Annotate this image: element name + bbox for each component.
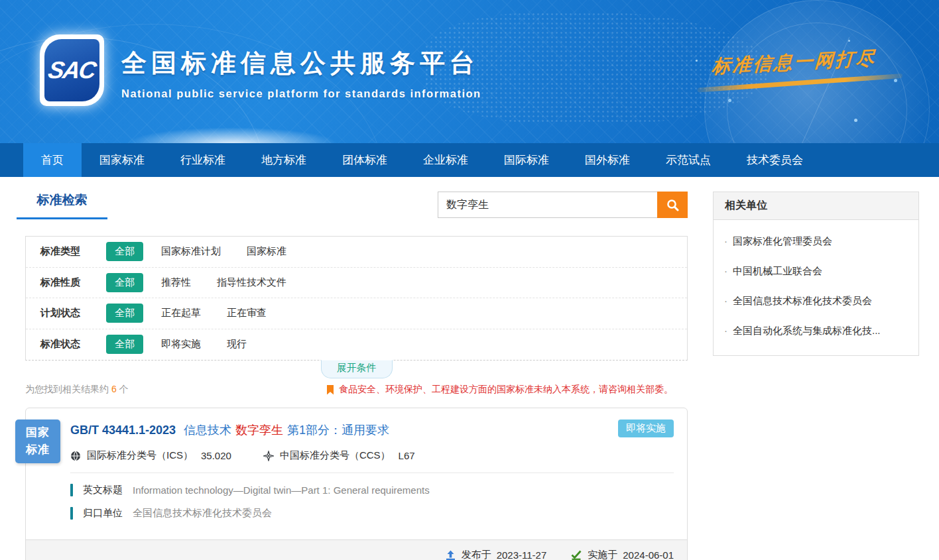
filter-all-button[interactable]: 全部 [106,335,143,354]
standard-type-badge: 国家 标准 [15,420,60,463]
english-title-value: Information technology—Digital twin—Part… [133,484,430,496]
related-unit-name: 国家标准化管理委员会 [733,235,832,248]
search-button[interactable] [657,192,688,218]
nav-tab[interactable]: 首页 [23,143,82,177]
standard-title-highlight: 数字孪生 [235,423,283,437]
nav-tab-label: 团体标准 [342,152,387,168]
nav-tab[interactable]: 企业标准 [405,143,486,177]
related-unit-link[interactable]: · 全国自动化系统与集成标准化技... [724,316,908,346]
bookmark-icon [326,385,334,395]
check-icon [570,550,582,560]
nav-tab[interactable]: 行业标准 [162,143,243,177]
standard-title-link[interactable]: GB/T 43441.1-2023信息技术数字孪生第1部分：通用要求 [70,422,674,438]
nav-tab[interactable]: 示范试点 [648,143,729,177]
expand-wrap: 展开条件 [25,361,688,378]
globe-icon [70,451,81,461]
filter-all-button[interactable]: 全部 [106,273,143,292]
filter-all-button[interactable]: 全部 [106,304,143,323]
publish-date: 2023-11-27 [497,549,547,560]
filter-option[interactable]: 正在审查 [227,307,267,319]
nav-tab-label: 地方标准 [261,152,306,168]
standard-code: GB/T 43441.1-2023 [70,423,176,437]
related-unit-link[interactable]: · 国家标准化管理委员会 [724,227,908,256]
filter-option[interactable]: 国家标准计划 [161,245,221,258]
result-card: 国家 标准 即将实施 GB/T 43441.1-2023信息技术数字孪生第1部分… [25,408,688,560]
ccs-value: L67 [399,450,415,461]
nav-tab[interactable]: 团体标准 [324,143,405,177]
filter-row: 计划状态 全部 正在起草 正在审查 [26,298,687,329]
site-subtitle: National public service platform for sta… [121,87,481,100]
nav-tab-label: 国际标准 [504,152,549,168]
related-unit-link[interactable]: · 全国信息技术标准化技术委员会 [724,286,908,316]
list-bullet: · [724,325,727,336]
publish-date-item: 发布于 2023-11-27 [445,549,547,560]
related-units-title: 相关单位 [714,192,918,220]
attr-bar [70,507,73,520]
filter-option[interactable]: 现行 [227,338,247,351]
standard-title-part: 信息技术 [184,423,231,437]
tab-standard-search[interactable]: 标准检索 [17,192,107,219]
sac-logo-shape: SAC [44,39,99,101]
related-units-panel: 相关单位 · 国家标准化管理委员会 · 中国机械工业联合会 · [713,192,919,356]
sac-logo[interactable]: SAC [40,34,104,106]
english-title-label: 英文标题 [83,484,123,496]
related-unit-name: 中国机械工业联合会 [733,265,822,278]
nav-tab-label: 技术委员会 [747,152,803,168]
classification-row: 国际标准分类号（ICS） 35.020 中国标准分类号（CCS） L67 [70,449,674,462]
english-title-row: 英文标题 Information technology—Digital twin… [70,484,674,496]
search-icon [666,198,680,212]
related-unit-link[interactable]: · 中国机械工业联合会 [724,256,908,286]
system-notice: 食品安全、环境保护、工程建设方面的国家标准未纳入本系统，请咨询相关部委。 [326,384,673,396]
filter-option[interactable]: 推荐性 [161,276,191,289]
filter-option[interactable]: 即将实施 [161,338,201,351]
nav-tab[interactable]: 国家标准 [82,143,162,177]
right-sidebar: 相关单位 · 国家标准化管理委员会 · 中国机械工业联合会 · [713,192,919,356]
filter-all-button[interactable]: 全部 [106,242,143,261]
implement-date: 2024-06-01 [623,549,674,560]
filter-option[interactable]: 指导性技术文件 [217,276,286,289]
filter-row: 标准性质 全部 推荐性 指导性技术文件 [26,268,687,299]
results-meta: 为您找到相关结果约6个 食品安全、环境保护、工程建设方面的国家标准未纳入本系统，… [25,384,688,396]
dept-row: 归口单位 全国信息技术标准化技术委员会 [70,507,674,520]
main-column: 标准检索 标准类型 全部 [25,192,688,560]
list-bullet: · [724,235,727,247]
ccs-classification: 中国标准分类号（CCS） L67 [263,449,415,462]
notice-text: 食品安全、环境保护、工程建设方面的国家标准未纳入本系统，请咨询相关部委。 [339,384,673,396]
filter-option[interactable]: 国家标准 [247,245,286,258]
dept-label: 归口单位 [83,507,123,520]
implement-date-item: 实施于 2024-06-01 [570,549,674,560]
status-badge: 即将实施 [618,420,674,437]
publish-label: 发布于 [462,549,491,560]
page-content: 标准检索 标准类型 全部 [0,177,939,560]
search-box [438,192,688,218]
card-divider [70,473,674,473]
nav-tab-label: 首页 [41,152,64,168]
list-bullet: · [724,265,727,276]
nav-tab[interactable]: 国外标准 [567,143,648,177]
result-card-footer: 发布于 2023-11-27 实施于 2024-06-01 [26,539,687,560]
filter-option[interactable]: 正在起草 [161,307,201,319]
filter-row: 标准状态 全部 即将实施 现行 [26,329,687,361]
site-banner: SAC 全国标准信息公共服务平台 National public service… [0,0,939,143]
dept-value: 全国信息技术标准化技术委员会 [133,507,272,520]
expand-conditions-button[interactable]: 展开条件 [321,360,393,378]
compass-rose-icon [263,451,274,461]
nav-tab-label: 企业标准 [423,152,468,168]
attr-bar [70,484,73,496]
related-unit-name: 全国自动化系统与集成标准化技... [733,325,881,337]
related-units-list: · 国家标准化管理委员会 · 中国机械工业联合会 · 全国信息技术标准化技术委员… [714,220,918,355]
nav-tab-label: 国外标准 [585,152,630,168]
result-count-number: 6 [111,384,117,394]
search-input[interactable] [438,192,657,218]
ics-classification: 国际标准分类号（ICS） 35.020 [70,449,231,462]
result-count: 为您找到相关结果约6个 [25,384,129,396]
main-nav: 首页 国家标准 行业标准 地方标准 团体标准 企业标准 国际标准 国外标准 示范… [0,143,939,177]
nav-tab[interactable]: 国际标准 [486,143,567,177]
filter-label: 计划状态 [40,307,106,319]
filter-label: 标准类型 [40,245,106,258]
nav-tab[interactable]: 技术委员会 [729,143,821,177]
filter-row: 标准类型 全部 国家标准计划 国家标准 [26,237,687,268]
nav-tab[interactable]: 地方标准 [243,143,324,177]
site-title: 全国标准信息公共服务平台 [121,46,481,80]
filter-label: 标准状态 [40,338,106,351]
